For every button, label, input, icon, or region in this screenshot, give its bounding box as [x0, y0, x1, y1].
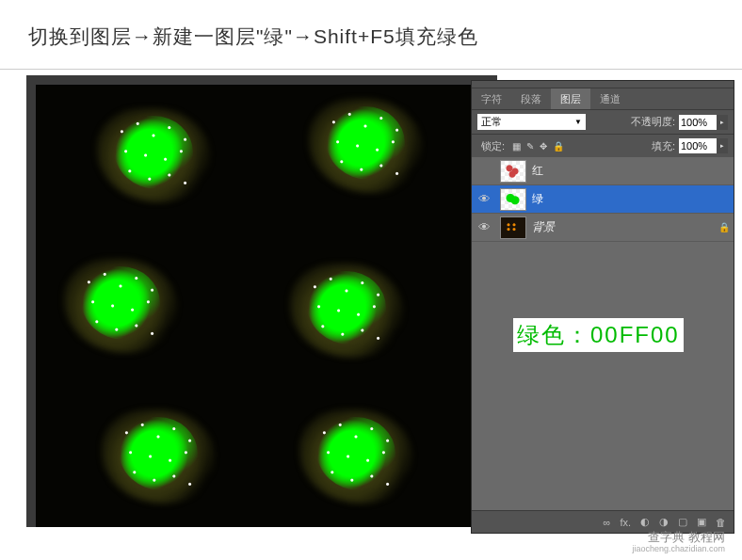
canvas[interactable] [26, 75, 497, 527]
lock-fill-row: 锁定: ▦ ✎ ✥ 🔒 填充: 100% ▸ [472, 134, 734, 157]
watermark-main: 查字典 教程网 [632, 530, 725, 545]
lock-icons-group: ▦ ✎ ✥ 🔒 [512, 141, 564, 152]
watermark-sub: jiaocheng.chazidian.com [632, 544, 725, 554]
layer-thumb-bg[interactable] [500, 216, 526, 239]
tab-layers[interactable]: 图层 [551, 88, 590, 109]
opacity-label: 不透明度: [631, 115, 675, 129]
tab-paragraph[interactable]: 段落 [511, 88, 551, 109]
lock-pixels-icon[interactable]: ✎ [526, 141, 534, 152]
fill-input[interactable]: 100% [679, 138, 717, 153]
tab-character[interactable]: 字符 [472, 88, 511, 109]
visibility-toggle-bg[interactable]: 👁 [472, 220, 496, 234]
chevron-down-icon: ▼ [574, 118, 582, 126]
mask-icon[interactable]: ◐ [640, 516, 650, 528]
panel-grip[interactable] [472, 81, 734, 88]
group-icon[interactable]: ▢ [678, 516, 687, 528]
layer-thumb-red[interactable] [500, 160, 526, 183]
blend-mode-dropdown[interactable]: 正常 ▼ [477, 114, 586, 130]
opacity-input[interactable]: 100% [679, 115, 717, 130]
lock-indicator-bg: 🔒 [715, 222, 734, 232]
fill-flyout-icon[interactable]: ▸ [717, 138, 728, 153]
layer-thumb-green[interactable] [500, 188, 526, 211]
blend-mode-value: 正常 [481, 115, 502, 129]
flame-selection-6[interactable] [290, 400, 422, 513]
watermark: 查字典 教程网 jiaocheng.chazidian.com [632, 530, 725, 554]
panel-tabs: 字符 段落 图层 通道 [472, 88, 734, 109]
layer-name-bg[interactable]: 背景 [530, 219, 715, 235]
lock-label: 锁定: [481, 139, 505, 153]
blend-opacity-row: 正常 ▼ 不透明度: 100% ▸ [472, 109, 734, 134]
lock-all-icon[interactable]: 🔒 [553, 141, 564, 152]
flame-selection-1[interactable] [88, 99, 219, 212]
visibility-toggle-green[interactable]: 👁 [472, 192, 496, 206]
new-layer-icon[interactable]: ▣ [697, 516, 706, 528]
color-code-note: 绿色：00FF00 [513, 318, 684, 352]
layer-row-red[interactable]: 红 [472, 157, 734, 185]
layers-panel: 字符 段落 图层 通道 正常 ▼ 不透明度: 100% ▸ 锁定: ▦ ✎ ✥ … [471, 80, 734, 534]
layer-name-red[interactable]: 红 [530, 163, 715, 179]
fill-label: 填充: [652, 139, 675, 153]
opacity-flyout-icon[interactable]: ▸ [717, 115, 728, 130]
flame-selection-5[interactable] [92, 400, 224, 513]
layer-row-green[interactable]: 👁 绿 [472, 185, 734, 214]
layer-name-green[interactable]: 绿 [530, 191, 715, 207]
trash-icon[interactable]: 🗑 [716, 517, 726, 528]
lock-position-icon[interactable]: ✥ [540, 141, 547, 152]
fx-icon[interactable]: fx. [620, 517, 631, 528]
flame-selection-2[interactable] [299, 89, 431, 202]
flame-selection-4[interactable] [281, 254, 412, 367]
layer-row-background[interactable]: 👁 背景 🔒 [472, 214, 734, 242]
flame-selection-3[interactable] [55, 249, 186, 362]
separator [0, 69, 742, 70]
layers-empty-area[interactable] [472, 242, 734, 510]
adjustment-icon[interactable]: ◑ [659, 516, 669, 528]
lock-transparent-icon[interactable]: ▦ [512, 141, 521, 152]
link-layers-icon[interactable]: ∞ [604, 517, 611, 528]
tab-channels[interactable]: 通道 [590, 88, 630, 109]
instruction-text: 切换到图层→新建一图层"绿"→Shift+F5填充绿色 [0, 0, 742, 64]
